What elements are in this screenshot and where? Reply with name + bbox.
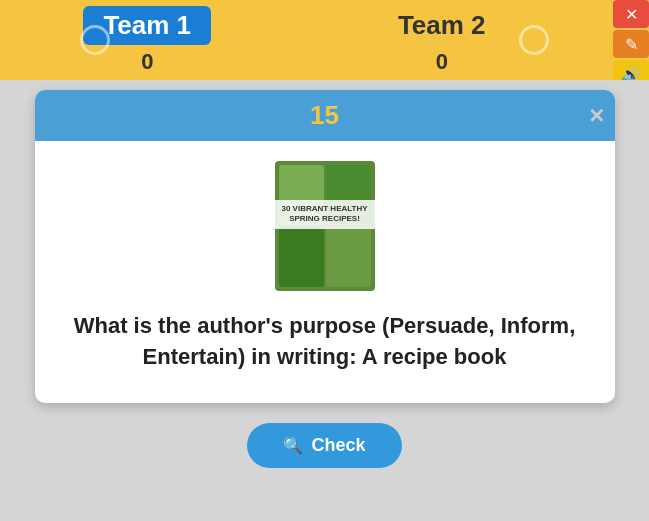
close-button[interactable]: ✕ (613, 0, 649, 28)
question-number: 15 (310, 100, 339, 131)
check-button[interactable]: 🔍 Check (247, 423, 401, 468)
question-dialog: 15 ✕ 30 VIBRANT HEALTHY SPRING RECIPES! … (35, 90, 615, 403)
book-image-cell-3 (279, 227, 324, 287)
team2-section: Team 2 0 (378, 6, 506, 75)
dialog-header: 15 ✕ (35, 90, 615, 141)
search-icon: 🔍 (283, 436, 303, 455)
question-text: What is the author's purpose (Persuade, … (65, 311, 585, 373)
header: Team 1 0 Team 2 0 ✕ ✎ 🔊 (0, 0, 649, 80)
team1-score: 0 (141, 49, 153, 75)
check-btn-container: 🔍 Check (247, 423, 401, 468)
check-button-label: Check (311, 435, 365, 456)
book-title-overlay: 30 VIBRANT HEALTHY SPRING RECIPES! (275, 200, 375, 229)
dialog-close-button[interactable]: ✕ (588, 104, 605, 128)
book-title-line1: 30 VIBRANT HEALTHY (277, 204, 373, 214)
book-title-line2: SPRING RECIPES! (277, 214, 373, 224)
book-image: 30 VIBRANT HEALTHY SPRING RECIPES! (275, 161, 375, 291)
deco-circle-right (519, 25, 549, 55)
team2-name: Team 2 (378, 6, 506, 45)
book-image-cell-4 (326, 227, 371, 287)
team2-score: 0 (436, 49, 448, 75)
dialog-body: 30 VIBRANT HEALTHY SPRING RECIPES! What … (35, 141, 615, 403)
deco-circle-left (80, 25, 110, 55)
pencil-button[interactable]: ✎ (613, 30, 649, 58)
side-icons-panel: ✕ ✎ 🔊 (613, 0, 649, 88)
main-content: 15 ✕ 30 VIBRANT HEALTHY SPRING RECIPES! … (0, 80, 649, 521)
